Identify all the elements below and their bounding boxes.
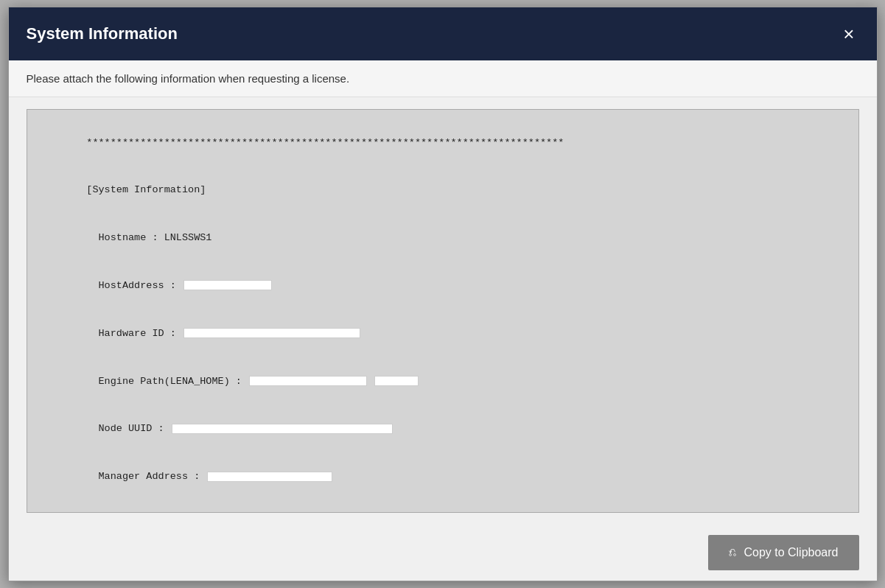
dialog-footer: ⎌ Copy to Clipboard xyxy=(9,525,877,581)
notice-text: Please attach the following information … xyxy=(27,72,350,85)
close-button[interactable]: × xyxy=(839,23,858,45)
system-section-label: [System Information] xyxy=(86,184,206,195)
dialog-title: System Information xyxy=(27,24,178,43)
dialog-header: System Information × xyxy=(9,7,877,60)
engine-path-label: Engine Path(LENA_HOME) : xyxy=(86,376,419,387)
copy-to-clipboard-button[interactable]: ⎌ Copy to Clipboard xyxy=(708,535,858,570)
content-area: ****************************************… xyxy=(9,97,877,525)
manager-address-label: Manager Address : xyxy=(86,471,332,482)
hardware-id-label: Hardware ID : xyxy=(86,328,360,339)
node-uuid-label: Node UUID : xyxy=(86,423,392,434)
notice-bar: Please attach the following information … xyxy=(9,60,877,97)
info-text-content: ****************************************… xyxy=(27,110,858,513)
separator-line: ****************************************… xyxy=(86,137,564,148)
copy-button-label: Copy to Clipboard xyxy=(744,546,838,559)
clipboard-icon: ⎌ xyxy=(729,545,736,560)
host-address-label: HostAddress : xyxy=(86,280,272,291)
info-text-box[interactable]: ****************************************… xyxy=(27,109,859,513)
system-information-dialog: System Information × Please attach the f… xyxy=(8,7,878,581)
hostname-label: Hostname : LNLSSWS1 xyxy=(86,232,211,243)
